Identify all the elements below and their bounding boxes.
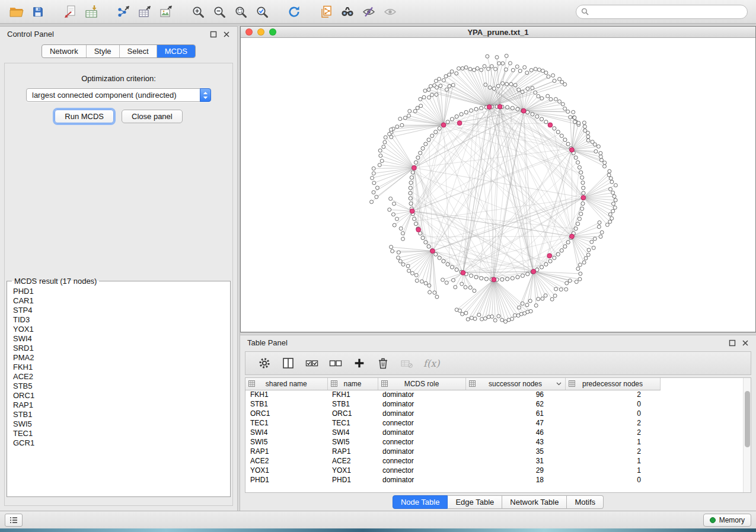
- run-mcds-button[interactable]: Run MCDS: [55, 110, 114, 123]
- close-table-panel-icon[interactable]: [742, 339, 749, 347]
- mcds-result-item[interactable]: PMA2: [9, 353, 228, 363]
- apply-preferred-layout-button[interactable]: [285, 4, 303, 20]
- cell-predecessor-nodes: 1: [565, 456, 660, 466]
- table-scrollbar[interactable]: [743, 378, 751, 492]
- mcds-result-item[interactable]: SWI5: [9, 419, 228, 429]
- export-image-button[interactable]: [157, 4, 175, 20]
- mcds-result-item[interactable]: GCR1: [9, 438, 228, 448]
- optimization-criterion-label: Optimization criterion:: [81, 74, 156, 83]
- export-network-button[interactable]: [114, 4, 132, 20]
- import-network-button[interactable]: [61, 4, 79, 20]
- table-tab-edge-table[interactable]: Edge Table: [448, 495, 502, 509]
- cell-predecessor-nodes: 0: [565, 399, 660, 409]
- maximize-window-button[interactable]: [269, 28, 276, 36]
- mcds-result-item[interactable]: SRD1: [9, 344, 228, 353]
- mcds-result-item[interactable]: STB1: [9, 410, 228, 419]
- cell-MCDS-role: dominator: [378, 409, 465, 418]
- open-file-button[interactable]: [8, 4, 25, 20]
- table-tab-motifs[interactable]: Motifs: [567, 495, 604, 509]
- cell-successor-nodes: 61: [465, 409, 565, 418]
- import-table-button[interactable]: [82, 4, 100, 20]
- add-column-button[interactable]: [350, 355, 368, 371]
- search-input[interactable]: [592, 8, 742, 16]
- table-tab-network-table[interactable]: Network Table: [502, 495, 567, 509]
- network-title: YPA_prune.txt_1: [241, 28, 755, 37]
- mcds-result-item[interactable]: RAP1: [9, 400, 228, 410]
- zoom-in-button[interactable]: [189, 4, 207, 20]
- close-window-button[interactable]: [245, 28, 253, 36]
- cell-successor-nodes: 29: [465, 466, 565, 475]
- column-header-name[interactable]: name: [327, 378, 378, 390]
- mcds-result-item[interactable]: TEC1: [9, 429, 228, 438]
- search-box: [576, 5, 748, 19]
- select-all-button[interactable]: [303, 355, 321, 371]
- cell-shared-name: ORC1: [245, 409, 327, 418]
- panel-menu-button[interactable]: [5, 514, 23, 527]
- zoom-out-button[interactable]: [210, 4, 228, 20]
- cell-predecessor-nodes: 0: [565, 409, 660, 418]
- control-panel-title: Control Panel: [7, 30, 54, 39]
- float-table-panel-icon[interactable]: [729, 339, 736, 347]
- hide-selected-button[interactable]: [360, 4, 378, 20]
- mcds-result-item[interactable]: SWI4: [9, 334, 228, 344]
- close-panel-button[interactable]: Close panel: [122, 110, 183, 123]
- column-header-MCDS-role[interactable]: MCDS role: [378, 378, 465, 390]
- deselect-all-button[interactable]: [327, 355, 344, 371]
- mcds-result-item[interactable]: YOX1: [9, 325, 228, 334]
- first-neighbors-button[interactable]: [339, 4, 356, 20]
- table-row[interactable]: SWI5SWI5connector431: [245, 437, 660, 447]
- table-row[interactable]: STB1STB1dominator620: [245, 399, 660, 409]
- export-table-button[interactable]: [136, 4, 154, 20]
- mcds-result-item[interactable]: STB5: [9, 382, 228, 391]
- column-header-successor-nodes[interactable]: successor nodes: [465, 378, 565, 390]
- mcds-result-item[interactable]: ORC1: [9, 391, 228, 400]
- clone-network-button[interactable]: [317, 4, 335, 20]
- zoom-selected-button[interactable]: [253, 4, 271, 20]
- mcds-result-item[interactable]: TID3: [9, 315, 228, 325]
- cell-successor-nodes: 35: [465, 447, 565, 456]
- cell-name: ACE2: [327, 456, 378, 466]
- mcds-result-item[interactable]: STP4: [9, 306, 228, 315]
- control-tab-network[interactable]: Network: [42, 45, 87, 57]
- table-row[interactable]: TEC1TEC1connector472: [245, 418, 660, 428]
- table-row[interactable]: ACE2ACE2connector311: [245, 456, 660, 466]
- control-tab-mcds[interactable]: MCDS: [157, 45, 195, 57]
- mcds-result-item[interactable]: CAR1: [9, 296, 228, 306]
- table-row[interactable]: YOX1YOX1connector291: [245, 466, 660, 475]
- mcds-result-item[interactable]: ACE2: [9, 372, 228, 382]
- float-panel-icon[interactable]: [210, 31, 217, 38]
- column-header-shared-name[interactable]: shared name: [245, 378, 327, 390]
- minimize-window-button[interactable]: [257, 28, 264, 36]
- cell-name: PHD1: [327, 475, 378, 485]
- control-panel: Control Panel NetworkStyleSelectMCDS Opt…: [0, 26, 237, 511]
- table-row[interactable]: SWI4SWI4dominator462: [245, 428, 660, 437]
- zoom-fit-button[interactable]: [232, 4, 250, 20]
- mcds-result-fieldset: MCDS result (17 nodes) PHD1CAR1STP4TID3Y…: [7, 277, 231, 497]
- table-row[interactable]: FKH1FKH1dominator962: [245, 390, 660, 399]
- save-session-button[interactable]: [29, 4, 47, 20]
- memory-button[interactable]: Memory: [703, 514, 751, 527]
- control-tab-select[interactable]: Select: [120, 45, 157, 57]
- close-panel-icon[interactable]: [223, 31, 230, 38]
- control-tab-style[interactable]: Style: [87, 45, 120, 57]
- mcds-result-item[interactable]: FKH1: [9, 363, 228, 372]
- plus-icon: [353, 357, 366, 370]
- show-all-button[interactable]: [381, 4, 399, 20]
- table-settings-button[interactable]: [256, 355, 273, 371]
- table-row[interactable]: ORC1ORC1dominator610: [245, 409, 660, 418]
- criterion-select[interactable]: largest connected component (undirected): [26, 88, 211, 102]
- status-bar: Memory: [0, 511, 756, 528]
- table-tab-node-table[interactable]: Node Table: [393, 495, 448, 509]
- apply-preferred-layout-icon: [287, 5, 301, 19]
- network-view[interactable]: [241, 38, 755, 332]
- table-row[interactable]: RAP1RAP1dominator352: [245, 447, 660, 456]
- show-columns-button[interactable]: [279, 355, 297, 371]
- function-builder-button[interactable]: f(x): [423, 358, 439, 369]
- column-header-predecessor-nodes[interactable]: predecessor nodes: [565, 378, 660, 390]
- mcds-tab-panel: Optimization criterion: largest connecte…: [4, 63, 233, 506]
- table-scrollbar-thumb[interactable]: [745, 391, 750, 447]
- delete-column-button[interactable]: [374, 355, 392, 371]
- mcds-result-title: MCDS result (17 nodes): [12, 277, 99, 286]
- table-row[interactable]: PHD1PHD1dominator180: [245, 475, 660, 485]
- mcds-result-item[interactable]: PHD1: [9, 287, 228, 296]
